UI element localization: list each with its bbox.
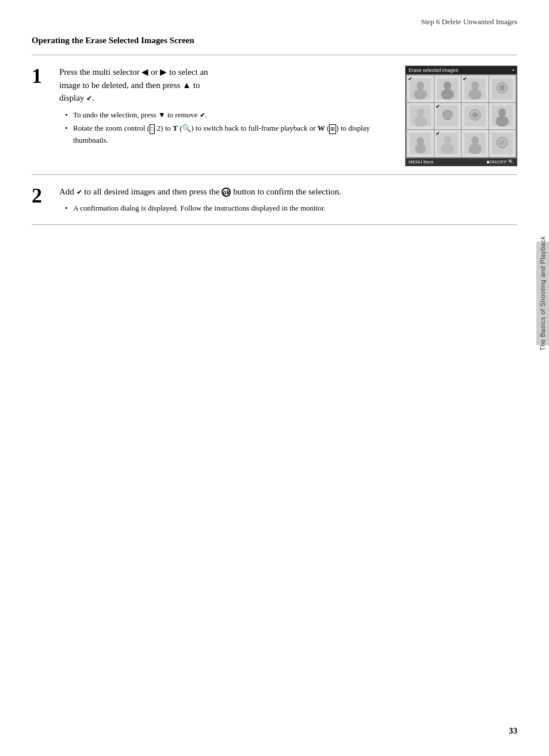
side-tab-text: The Basics of Shooting and Playback [539, 236, 546, 351]
svg-point-34 [500, 140, 504, 144]
step1-bullets: To undo the selection, press ▼ to remove… [59, 109, 395, 147]
checkmark-3: ✔ [463, 76, 467, 82]
cs-cell-9 [407, 130, 434, 157]
svg-point-14 [414, 116, 426, 127]
svg-point-22 [496, 116, 509, 127]
svg-point-8 [468, 89, 481, 100]
cs-mode-icon: ▪ [512, 67, 514, 73]
cs-cell-5 [407, 103, 434, 130]
header-title: Step 6 Delete Unwanted Images [421, 17, 517, 26]
cs-status-right: ■ON/OFF 🔍 [487, 159, 514, 165]
camera-screen: Erase selected images ▪ ✔ [405, 66, 517, 166]
svg-point-25 [415, 144, 426, 154]
cs-cell-2 [434, 75, 462, 102]
cs-grid: ✔ [406, 74, 517, 158]
svg-point-7 [471, 81, 479, 90]
cs-cell-3: ✔ [462, 75, 489, 102]
step1-block: 1 Press the multi selector ◀ or ▶ to sel… [32, 55, 517, 175]
svg-point-5 [441, 89, 454, 100]
step2-bullet-1: A confirmation dialog is displayed. Foll… [65, 203, 517, 215]
cs-statusbar: MENU Back ■ON/OFF 🔍 [406, 158, 517, 166]
cs-status-left: MENU Back [409, 159, 434, 165]
svg-point-4 [444, 81, 451, 90]
svg-point-13 [417, 109, 424, 117]
svg-point-2 [414, 89, 426, 100]
step2-block: 2 Add ✔ to all desired images and then p… [32, 175, 517, 225]
section-title: Operating the Erase Selected Images Scre… [32, 31, 517, 45]
checkmark-1: ✔ [408, 76, 413, 82]
svg-point-31 [468, 143, 481, 154]
ok-button-icon: ok [222, 188, 231, 197]
checkmark-10: ✔ [436, 131, 440, 136]
cs-titlebar: Erase selected images ▪ [406, 66, 517, 74]
svg-point-27 [444, 136, 451, 144]
step2-bullets: A confirmation dialog is displayed. Foll… [59, 203, 517, 215]
step1-number: 1 [32, 66, 49, 86]
checkmark-6: ✔ [436, 104, 440, 109]
cs-cell-8 [489, 103, 516, 130]
svg-point-16 [443, 110, 452, 120]
svg-point-30 [471, 136, 479, 144]
cs-cell-7 [462, 103, 489, 130]
step1-bullet-1: To undo the selection, press ▼ to remove… [65, 109, 395, 121]
cs-cell-12 [489, 130, 516, 157]
step2-row: 2 Add ✔ to all desired images and then p… [32, 185, 517, 216]
step1-content: Press the multi selector ◀ or ▶ to selec… [59, 66, 395, 148]
page-container: Step 6 Delete Unwanted Images Operating … [0, 0, 549, 756]
step1-bullet-2: Rotate the zoom control (□ 2) to T (🔍) t… [65, 123, 395, 147]
cs-cell-11 [462, 130, 489, 157]
cs-cell-4 [489, 75, 516, 102]
page-header: Step 6 Delete Unwanted Images [32, 17, 517, 31]
svg-point-21 [498, 109, 506, 117]
step1-main-text: Press the multi selector ◀ or ▶ to selec… [59, 66, 395, 105]
cs-cell-10: ✔ [434, 130, 462, 157]
step1-row: 1 Press the multi selector ◀ or ▶ to sel… [32, 66, 517, 166]
side-tab: The Basics of Shooting and Playback [536, 242, 549, 345]
cs-title: Erase selected images [409, 67, 458, 73]
svg-point-11 [500, 85, 505, 90]
step2-number: 2 [32, 185, 49, 206]
step2-main-text: Add ✔ to all desired images and then pre… [59, 185, 517, 198]
page-number: 33 [509, 726, 517, 736]
svg-point-19 [472, 112, 478, 117]
cs-cell-1: ✔ [407, 75, 434, 102]
svg-point-28 [441, 143, 454, 154]
cs-cell-6: ✔ [434, 103, 462, 130]
step2-content: Add ✔ to all desired images and then pre… [59, 185, 517, 216]
svg-point-1 [417, 81, 424, 90]
